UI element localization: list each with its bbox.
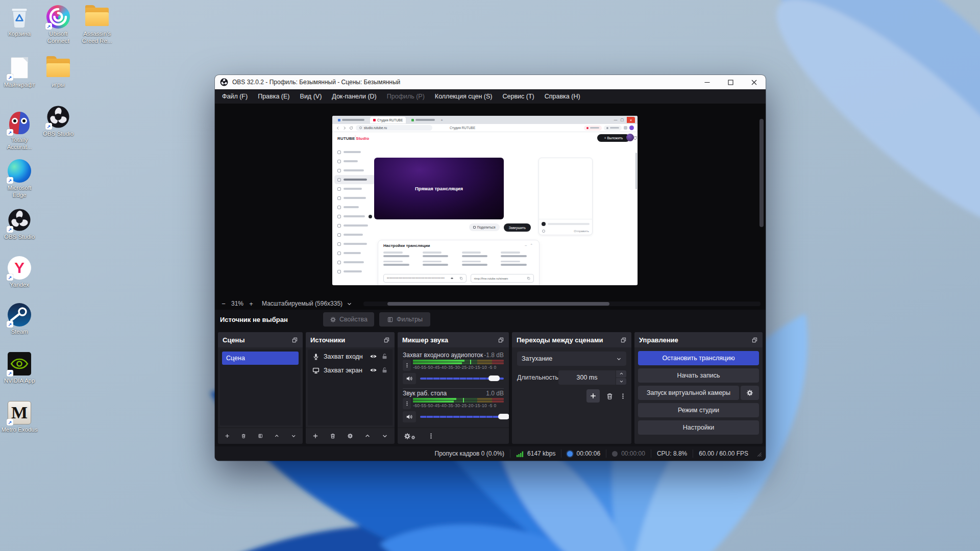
filters-button[interactable]: Фильтры xyxy=(379,312,430,327)
settings-button[interactable]: Настройки xyxy=(638,420,759,435)
obs-window: OBS 32.0.2 - Профиль: Безымянный - Сцены… xyxy=(215,75,766,461)
channel-menu-button[interactable] xyxy=(403,398,411,409)
chevron-down-icon[interactable] xyxy=(347,301,352,307)
folder-icon xyxy=(39,55,78,81)
yandex-logo-icon: Y ↗ xyxy=(0,255,39,281)
sidebar-item xyxy=(334,230,375,239)
menu-view[interactable]: Вид (V) xyxy=(295,89,327,104)
desktop-icon-yandex[interactable]: Y ↗ Yandex xyxy=(0,255,39,289)
move-source-down-button[interactable] xyxy=(382,432,388,440)
back-icon xyxy=(336,126,340,130)
visibility-eye-icon[interactable] xyxy=(370,366,377,374)
db-scale: -60-55-50-45-40-35-30-25-20-15-10 -5 0 xyxy=(413,403,504,408)
mute-button[interactable] xyxy=(403,411,416,422)
mixer-menu-button[interactable] xyxy=(428,433,434,439)
menu-edit[interactable]: Правка (E) xyxy=(253,89,295,104)
move-scene-up-button[interactable] xyxy=(274,432,279,440)
remove-scene-button[interactable] xyxy=(241,432,246,440)
channel-db-value: 1.0 dB xyxy=(486,390,504,397)
mute-button[interactable] xyxy=(403,373,416,384)
add-transition-button[interactable] xyxy=(586,389,600,403)
menu-help[interactable]: Справка (H) xyxy=(540,89,585,104)
lock-icon[interactable] xyxy=(381,367,388,373)
minimize-button[interactable] xyxy=(695,75,719,89)
zoom-out-button[interactable]: − xyxy=(220,300,227,308)
scene-item[interactable]: Сцена xyxy=(222,352,299,365)
preview-horizontal-scrollbar[interactable] xyxy=(363,302,761,306)
duration-up-button[interactable] xyxy=(616,370,626,378)
desktop-icon-steam[interactable]: ↗ Steam xyxy=(0,302,39,336)
duration-input[interactable]: 300 ms xyxy=(558,370,616,385)
new-tab-icon: + xyxy=(440,118,443,122)
title-bar[interactable]: OBS 32.0.2 - Профиль: Безымянный - Сцены… xyxy=(215,75,766,89)
db-scale: -60-55-50-45-40-35-30-25-20-15-10 -5 0 xyxy=(413,365,504,370)
zoom-in-button[interactable]: + xyxy=(248,300,255,308)
steam-logo-icon: ↗ xyxy=(0,302,39,328)
desktop-icon-totally-accurate[interactable]: ↗ Totally Accurat... xyxy=(0,110,39,151)
studio-mode-button[interactable]: Режим студии xyxy=(638,403,759,417)
icon-label: Assassin's Creed Re... xyxy=(78,31,116,44)
gear-icon xyxy=(330,316,336,323)
menu-scene-collection[interactable]: Коллекция сцен (S) xyxy=(430,89,498,104)
scene-filters-button[interactable] xyxy=(258,432,263,440)
add-source-button[interactable] xyxy=(312,432,318,440)
desktop-icon-obs-studio-1[interactable]: ↗ OBS Studio xyxy=(0,207,39,241)
document-icon: ↗ xyxy=(0,55,39,81)
desktop-icon-ubisoft-connect[interactable]: ↗ Ubisoft Connect xyxy=(39,4,78,44)
popout-icon[interactable] xyxy=(498,337,504,343)
close-button[interactable] xyxy=(742,75,766,89)
maximize-button[interactable] xyxy=(719,75,742,89)
source-properties-button[interactable] xyxy=(347,432,353,440)
menu-profile[interactable]: Профиль (P) xyxy=(382,89,430,104)
filter-icon xyxy=(387,316,394,323)
move-scene-down-button[interactable] xyxy=(291,432,296,440)
desktop-icon-metro-exodus[interactable]: M ↗ Metro Exodus xyxy=(0,400,39,434)
icon-label: игры xyxy=(39,82,78,89)
scale-mode-label[interactable]: Масштабируемый (596x335) xyxy=(262,300,342,307)
virtual-camera-settings-button[interactable] xyxy=(741,386,759,400)
desktop-icon-obs-studio-2[interactable]: ↗ OBS Studio xyxy=(39,104,78,138)
source-item-audio-input[interactable]: Захват входн xyxy=(308,349,393,363)
bitrate-status: 6147 kbps xyxy=(510,449,561,458)
menu-docks[interactable]: Док-панели (D) xyxy=(327,89,381,104)
screen-capture-preview[interactable]: Студия RUTUBE + — ▢ ✕ studio.rutube.ru С… xyxy=(332,116,638,285)
menu-tools[interactable]: Сервис (T) xyxy=(497,89,539,104)
preview-canvas[interactable]: Студия RUTUBE + — ▢ ✕ studio.rutube.ru С… xyxy=(215,104,766,297)
desktop-icon-minecraft[interactable]: ↗ Майнкрафт xyxy=(0,55,39,89)
lock-icon[interactable] xyxy=(381,353,388,360)
duration-down-button[interactable] xyxy=(616,378,626,385)
transition-select[interactable]: Затухание xyxy=(517,352,626,366)
properties-button[interactable]: Свойства xyxy=(323,312,374,327)
popout-icon[interactable] xyxy=(620,337,627,343)
extensions-icon xyxy=(624,126,627,130)
desktop-icon-microsoft-edge[interactable]: ↗ Microsoft Edge xyxy=(0,158,39,198)
desktop-icon-recycle-bin[interactable]: Корзина xyxy=(0,4,39,38)
menu-file[interactable]: Файл (F) xyxy=(217,89,253,104)
resize-grip[interactable] xyxy=(756,451,763,458)
move-source-up-button[interactable] xyxy=(364,432,371,440)
desktop-icon-nvidia-app[interactable]: ↗ NVIDIA App xyxy=(0,351,39,385)
remove-transition-button[interactable] xyxy=(606,392,614,400)
desktop-icon-games-folder[interactable]: игры xyxy=(39,55,78,89)
popout-icon[interactable] xyxy=(383,337,390,343)
source-item-screen-capture[interactable]: Захват экран xyxy=(308,363,393,377)
remove-source-button[interactable] xyxy=(330,432,336,440)
preview-vertical-scrollbar[interactable] xyxy=(760,119,764,227)
volume-slider[interactable] xyxy=(420,378,504,380)
channel-menu-button[interactable] xyxy=(403,360,411,371)
popout-icon[interactable] xyxy=(751,337,758,343)
visibility-eye-icon[interactable] xyxy=(370,353,377,360)
transition-menu-button[interactable] xyxy=(620,393,626,399)
icon-label: Metro Exodus xyxy=(0,427,39,434)
popout-icon[interactable] xyxy=(291,337,298,343)
start-recording-button[interactable]: Начать запись xyxy=(638,368,759,383)
volume-slider[interactable] xyxy=(420,416,504,418)
stop-streaming-button[interactable]: Остановить трансляцию xyxy=(638,351,759,365)
emoji-icon xyxy=(542,230,545,233)
advanced-audio-button[interactable] xyxy=(404,433,415,440)
virtual-camera-button[interactable]: Запуск виртуальной камеры xyxy=(638,386,739,400)
obs-logo-icon xyxy=(220,78,228,86)
icon-label: OBS Studio xyxy=(39,131,78,138)
add-scene-button[interactable] xyxy=(225,432,230,440)
desktop-icon-assassins-creed-folder[interactable]: Assassin's Creed Re... xyxy=(78,4,116,44)
